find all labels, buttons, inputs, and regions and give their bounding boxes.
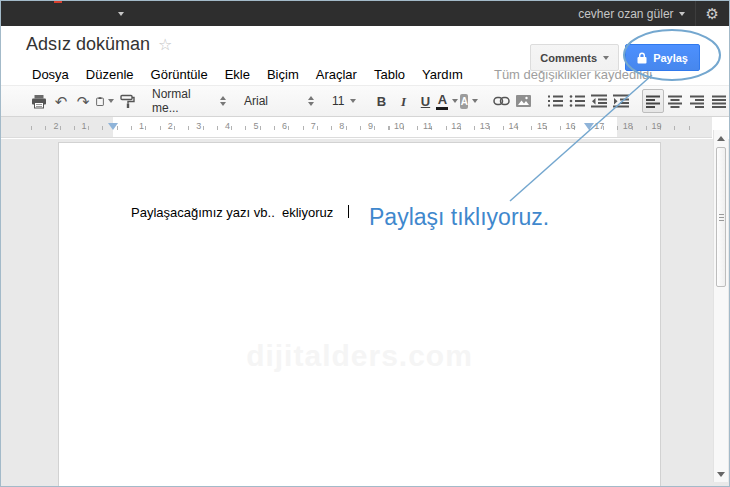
star-icon[interactable]: ☆: [158, 35, 172, 54]
chevron-down-icon: [603, 56, 609, 60]
chevron-down-icon: [118, 12, 124, 16]
undo-button[interactable]: ↶: [50, 89, 72, 113]
right-indent-marker[interactable]: [584, 123, 594, 130]
italic-button[interactable]: I: [392, 89, 414, 113]
increase-indent-button[interactable]: [610, 89, 632, 113]
underline-button[interactable]: U: [414, 89, 436, 113]
share-button-label: Paylaş: [653, 52, 688, 64]
align-left-button[interactable]: [642, 89, 664, 113]
top-nav-item[interactable]: [65, 1, 79, 26]
top-nav-item[interactable]: [107, 1, 131, 26]
bulleted-list-icon: [569, 94, 585, 108]
editing-toolbar: ↶ ↷ Normal me... Arial 11 B I U A: [1, 85, 729, 117]
indent-icon: [613, 94, 629, 108]
scroll-up-arrow-icon[interactable]: [717, 136, 725, 141]
ruler-number: 1: [74, 121, 94, 131]
menu-item[interactable]: Görüntüle: [147, 65, 212, 84]
link-icon: [493, 96, 510, 106]
gear-icon: ⚙: [706, 5, 719, 23]
top-nav-item[interactable]: [51, 1, 65, 26]
chevron-down-icon: [108, 99, 114, 103]
document-header: Adsız doküman ☆ DosyaDüzenleGörüntüleEkl…: [1, 26, 729, 85]
insert-link-button[interactable]: [490, 89, 512, 113]
justify-button[interactable]: [708, 89, 730, 113]
numbered-list-button[interactable]: [544, 89, 566, 113]
redo-button[interactable]: ↷: [72, 89, 94, 113]
ruler-number: 11: [418, 121, 438, 131]
ruler-number: 5: [246, 121, 266, 131]
decrease-indent-button[interactable]: [588, 89, 610, 113]
highlight-color-button[interactable]: A: [458, 89, 480, 113]
ruler-number: 16: [561, 121, 581, 131]
redo-icon: ↷: [77, 94, 90, 109]
ruler-number: 2: [46, 121, 66, 131]
top-nav-item[interactable]: [23, 1, 37, 26]
font-family-select[interactable]: Arial: [240, 89, 318, 113]
ruler-number: 3: [189, 121, 209, 131]
topbar-right: cevher ozan güler ⚙: [568, 1, 729, 26]
menu-item[interactable]: Dosya: [28, 65, 73, 84]
updown-spinner-icon: [220, 96, 226, 106]
menu-item[interactable]: Araçlar: [312, 65, 361, 84]
align-right-button[interactable]: [686, 89, 708, 113]
top-nav: [9, 1, 131, 26]
paragraph-style-select[interactable]: Normal me...: [148, 89, 230, 113]
ruler-number: 9: [360, 121, 380, 131]
align-center-button[interactable]: [664, 89, 686, 113]
underline-icon: U: [421, 95, 430, 108]
document-page[interactable]: Paylaşacağımız yazı vb.. ekliyoruz dijit…: [58, 142, 661, 487]
ruler-number: 7: [303, 121, 323, 131]
top-nav-item[interactable]: [93, 1, 107, 26]
ruler-number: 8: [332, 121, 352, 131]
top-nav-item[interactable]: [79, 1, 93, 26]
chevron-down-icon: [679, 12, 685, 16]
ruler-number: 18: [618, 121, 638, 131]
align-right-icon: [690, 95, 704, 108]
watermark: dijitalders.com: [59, 339, 660, 373]
comments-button[interactable]: Comments: [530, 44, 619, 71]
document-title[interactable]: Adsız doküman: [26, 34, 150, 55]
paint-format-button[interactable]: [116, 89, 138, 113]
google-docs-window: cevher ozan güler ⚙ Adsız doküman ☆ Dosy…: [0, 0, 730, 487]
align-left-icon: [646, 95, 660, 108]
highlight-color-icon: A: [460, 94, 468, 109]
justify-icon: [712, 95, 726, 108]
menu-item[interactable]: Yardım: [418, 65, 467, 84]
bold-button[interactable]: B: [370, 89, 392, 113]
settings-button[interactable]: ⚙: [696, 1, 729, 26]
menu-item[interactable]: Ekle: [221, 65, 254, 84]
title-row: Adsız doküman ☆: [26, 34, 172, 55]
printer-icon: [31, 94, 47, 109]
undo-icon: ↶: [55, 94, 68, 109]
scrollbar-thumb[interactable]: [716, 147, 726, 287]
menu-item[interactable]: Biçim: [263, 65, 303, 84]
clipboard-icon: [96, 94, 104, 109]
account-menu[interactable]: cevher ozan güler: [568, 1, 694, 26]
print-button[interactable]: [28, 89, 50, 113]
ruler-number: 12: [446, 121, 466, 131]
bulleted-list-button[interactable]: [566, 89, 588, 113]
menu-item[interactable]: Düzenle: [82, 65, 138, 84]
scroll-down-arrow-icon[interactable]: [717, 472, 725, 477]
ruler-number: 13: [475, 121, 495, 131]
comments-button-label: Comments: [540, 52, 597, 64]
document-body-text[interactable]: Paylaşacağımız yazı vb.. ekliyoruz: [131, 205, 333, 220]
paint-roller-icon: [120, 94, 135, 109]
bold-icon: B: [377, 95, 386, 108]
updown-spinner-icon: [308, 96, 314, 106]
left-indent-marker[interactable]: [108, 123, 118, 130]
paragraph-style-value: Normal me...: [152, 87, 214, 115]
align-center-icon: [668, 95, 682, 108]
top-nav-item[interactable]: [9, 1, 23, 26]
text-color-button[interactable]: A: [436, 89, 458, 113]
web-clipboard-button[interactable]: [94, 89, 116, 113]
font-size-select[interactable]: 11: [328, 89, 360, 113]
insert-image-button[interactable]: [512, 89, 534, 113]
share-button[interactable]: Paylaş: [625, 44, 700, 71]
ruler: 21 12345678910111213141516171819: [1, 117, 712, 138]
text-color-icon: A: [436, 93, 448, 110]
vertical-scrollbar[interactable]: [713, 130, 728, 482]
numbered-list-icon: [547, 94, 563, 108]
top-nav-item[interactable]: [37, 1, 51, 26]
menu-item[interactable]: Tablo: [370, 65, 409, 84]
